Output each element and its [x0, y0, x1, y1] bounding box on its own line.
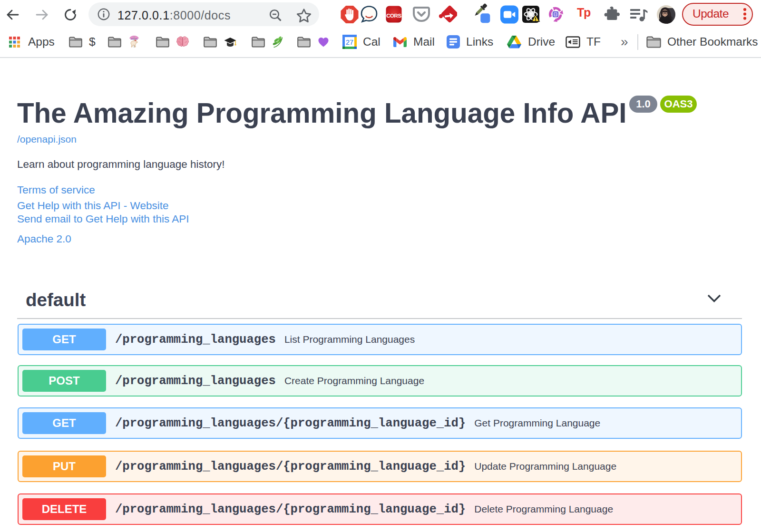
update-label: Update — [693, 4, 729, 24]
http-method-badge[interactable]: PUT — [22, 455, 106, 477]
terms-of-service-link[interactable]: Terms of service — [17, 185, 95, 196]
apps-shortcut[interactable]: Apps — [9, 29, 55, 54]
folder-icon — [203, 37, 217, 48]
bookmark-folder-dollar[interactable]: $ — [68, 29, 96, 54]
react-atom-icon — [521, 5, 540, 24]
herb-icon — [272, 36, 283, 48]
apps-label: Apps — [28, 35, 55, 48]
eyedropper-icon — [472, 3, 491, 25]
http-method-badge[interactable]: GET — [22, 412, 106, 434]
chat-extension-icon[interactable] — [360, 5, 379, 24]
folder-icon — [251, 37, 265, 48]
openapi-spec-link[interactable]: /openapi.json — [17, 134, 77, 144]
chevron-down-icon — [707, 294, 721, 302]
folder-icon — [68, 37, 83, 48]
operation-path: /programming_languages/{programming_lang… — [115, 503, 466, 516]
http-method-badge[interactable]: POST — [22, 370, 106, 392]
operation-summary: List Programming Languages — [284, 334, 415, 345]
bookmarks-overflow-button[interactable]: » — [621, 29, 628, 54]
operation-summary: Create Programming Language — [284, 375, 424, 387]
pocket-icon — [412, 5, 431, 24]
folder-icon — [107, 37, 122, 48]
bookmark-star-icon[interactable] — [296, 8, 312, 24]
browser-window: 127.0.0.1:8000/docs — [0, 0, 761, 532]
page-info-icon[interactable] — [98, 8, 110, 20]
colorpicker-extension-icon[interactable] — [472, 5, 491, 24]
operation-row[interactable]: POST /programming_languages Create Progr… — [18, 365, 742, 397]
forward-button[interactable] — [35, 0, 49, 29]
contact-email-link[interactable]: Send email to Get Help with this API — [17, 214, 189, 225]
playlist-music-icon — [629, 5, 648, 24]
zoom-out-icon[interactable] — [268, 9, 283, 23]
forward-arrow-icon — [35, 8, 49, 22]
bookmark-folder-herb[interactable] — [251, 29, 283, 54]
bookmark-drive-label: Drive — [528, 35, 555, 48]
bookmarks-separator — [637, 34, 638, 50]
other-bookmarks-label: Other Bookmarks — [667, 35, 758, 48]
tag-section-title[interactable]: default — [26, 291, 86, 310]
operation-path: /programming_languages/{programming_lang… — [115, 416, 466, 430]
google-calendar-icon: 27 — [342, 35, 357, 49]
version-badge: 1.0 — [629, 96, 657, 113]
chrome-update-button[interactable]: Update — [682, 3, 753, 26]
extensions-menu-icon[interactable] — [602, 5, 621, 24]
video-camera-icon — [500, 5, 519, 24]
operation-summary: Delete Programming Language — [474, 503, 613, 515]
bookmark-tf[interactable]: TF — [566, 29, 601, 54]
contact-website-link[interactable]: Get Help with this API - Website — [17, 201, 168, 212]
operation-row[interactable]: GET /programming_languages List Programm… — [18, 324, 742, 355]
calendar-day-number: 27 — [346, 39, 353, 46]
folder-icon — [156, 37, 170, 48]
recycle-extension-icon[interactable] — [546, 5, 565, 24]
bookmark-folder-carousel[interactable] — [107, 29, 140, 54]
bookmarks-bar: Apps $ — [0, 29, 761, 54]
purple-heart-icon — [318, 37, 329, 48]
music-queue-extension-icon[interactable] — [629, 5, 648, 24]
bookmark-mail-label: Mail — [413, 35, 435, 48]
http-method-badge[interactable]: GET — [22, 329, 106, 350]
bookmark-cal[interactable]: 27 Cal — [342, 29, 380, 54]
bookmark-folder-brain[interactable] — [156, 29, 189, 54]
back-button[interactable] — [6, 0, 20, 29]
redirect-extension-icon[interactable] — [438, 5, 457, 24]
carousel-horse-icon — [128, 36, 140, 48]
reload-button[interactable] — [63, 0, 78, 29]
folder-icon — [297, 37, 311, 48]
operation-path: /programming_languages — [115, 333, 276, 347]
overflow-chevron: » — [621, 34, 628, 49]
pocket-extension-icon[interactable] — [412, 5, 431, 24]
profile-avatar[interactable] — [657, 5, 675, 24]
collapse-section-button[interactable] — [707, 294, 721, 304]
http-method-badge[interactable]: DELETE — [22, 498, 106, 520]
reload-icon — [63, 8, 78, 22]
cors-extension-icon[interactable]: CORS — [384, 5, 403, 24]
bookmark-folder-heart[interactable] — [297, 29, 329, 54]
operation-path: /programming_languages — [115, 374, 276, 388]
tp-extension-icon[interactable]: Tp — [575, 5, 594, 24]
zoom-extension-icon[interactable] — [500, 5, 519, 24]
cors-label: CORS — [386, 13, 401, 19]
tp-letters-icon: Tp — [575, 5, 594, 24]
address-bar[interactable]: 127.0.0.1:8000/docs — [88, 2, 319, 26]
react-devtools-extension-icon[interactable] — [521, 5, 540, 24]
bookmark-mail[interactable]: Mail — [393, 29, 435, 54]
browser-toolbar: 127.0.0.1:8000/docs — [0, 0, 761, 29]
operation-row[interactable]: PUT /programming_languages/{programming_… — [18, 451, 742, 482]
apps-grid-icon — [9, 37, 20, 48]
url-path: :8000/docs — [170, 9, 231, 22]
operation-summary: Update Programming Language — [474, 461, 616, 472]
bookmark-drive[interactable]: Drive — [507, 29, 555, 54]
other-bookmarks-button[interactable]: Other Bookmarks — [646, 29, 758, 54]
links-list-icon — [447, 35, 460, 48]
bookmark-folder-graduation[interactable] — [203, 29, 236, 54]
url-text[interactable]: 127.0.0.1:8000/docs — [117, 3, 231, 27]
api-title: The Amazing Programming Language Info AP… — [17, 99, 627, 127]
announcement-card-icon — [566, 36, 580, 48]
operation-row[interactable]: DELETE /programming_languages/{programmi… — [18, 493, 742, 525]
red-diamond-arrow-icon — [438, 5, 457, 24]
bookmark-links[interactable]: Links — [447, 29, 493, 54]
license-link[interactable]: Apache 2.0 — [17, 234, 71, 245]
adblock-extension-icon[interactable] — [340, 5, 359, 24]
tag-section-divider — [17, 318, 742, 319]
operation-row[interactable]: GET /programming_languages/{programming_… — [18, 407, 742, 439]
